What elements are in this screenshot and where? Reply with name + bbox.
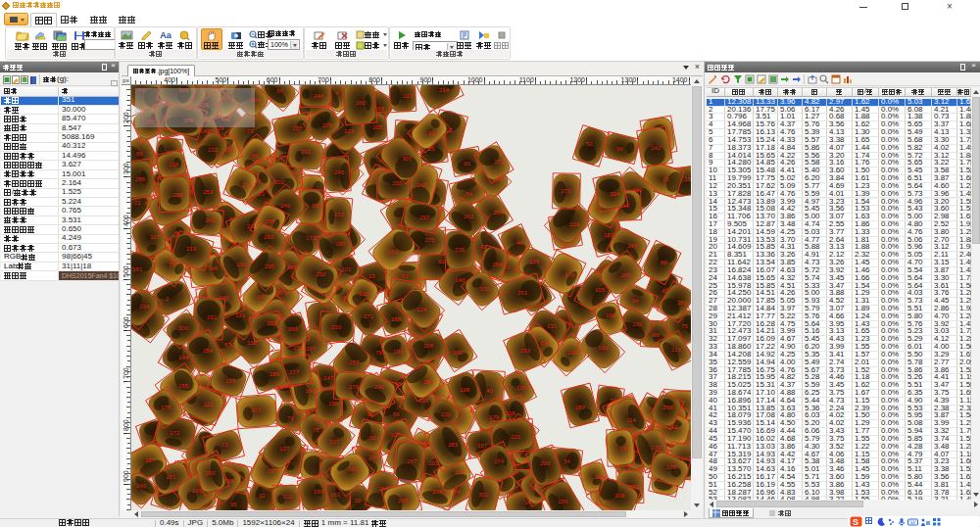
- svg-text:236: 236: [455, 247, 466, 253]
- svg-text:140: 140: [455, 277, 466, 283]
- svg-text:262: 262: [464, 214, 474, 219]
- svg-text:120: 120: [359, 291, 369, 297]
- svg-text:282: 282: [388, 249, 399, 255]
- svg-text:97: 97: [276, 88, 283, 94]
- svg-text:84: 84: [466, 191, 472, 197]
- svg-text:203: 203: [267, 320, 277, 326]
- svg-text:132: 132: [540, 340, 551, 346]
- svg-text:298: 298: [172, 192, 183, 198]
- svg-text:277: 277: [289, 369, 300, 375]
- svg-text:250: 250: [662, 405, 673, 410]
- svg-text:15: 15: [684, 176, 691, 182]
- svg-text:260: 260: [356, 100, 367, 106]
- svg-text:258: 258: [265, 218, 275, 224]
- svg-text:193: 193: [418, 398, 429, 404]
- svg-text:175: 175: [161, 405, 172, 410]
- svg-text:308: 308: [614, 493, 625, 499]
- svg-text:233: 233: [312, 203, 322, 209]
- svg-text:79: 79: [375, 350, 382, 356]
- svg-text:115: 115: [516, 385, 526, 391]
- svg-text:301: 301: [369, 435, 380, 441]
- svg-text:230: 230: [331, 324, 342, 330]
- svg-text:116: 116: [247, 340, 257, 346]
- svg-text:170: 170: [651, 445, 662, 451]
- svg-text:147: 147: [323, 375, 334, 381]
- svg-text:243: 243: [205, 217, 216, 223]
- svg-text:60: 60: [464, 161, 470, 167]
- svg-text:307: 307: [402, 156, 413, 162]
- svg-text:239: 239: [314, 489, 324, 495]
- svg-text:240: 240: [136, 483, 147, 489]
- svg-text:171: 171: [306, 235, 317, 241]
- svg-text:195: 195: [335, 241, 346, 247]
- svg-text:161: 161: [330, 492, 341, 498]
- svg-text:290: 290: [374, 384, 385, 390]
- svg-text:127: 127: [279, 446, 290, 452]
- svg-text:272: 272: [494, 159, 505, 165]
- svg-text:54: 54: [564, 458, 570, 464]
- svg-text:158: 158: [391, 316, 402, 322]
- svg-text:134: 134: [139, 304, 150, 310]
- svg-text:88: 88: [661, 260, 667, 265]
- svg-text:284: 284: [492, 262, 503, 267]
- svg-text:126: 126: [567, 350, 578, 356]
- svg-text:56: 56: [393, 411, 400, 417]
- svg-text:299: 299: [540, 460, 551, 466]
- svg-text:223: 223: [403, 93, 414, 99]
- svg-text:199: 199: [328, 401, 339, 407]
- svg-text:276: 276: [349, 384, 360, 390]
- svg-text:305: 305: [479, 286, 490, 292]
- svg-text:198: 198: [460, 387, 470, 393]
- svg-text:40: 40: [486, 388, 493, 394]
- svg-text:130: 130: [632, 321, 643, 327]
- svg-text:293: 293: [520, 348, 531, 354]
- svg-text:205: 205: [372, 124, 383, 130]
- svg-text:248: 248: [416, 182, 427, 188]
- svg-text:242: 242: [651, 145, 662, 151]
- svg-text:95: 95: [230, 502, 237, 507]
- svg-text:82: 82: [438, 259, 445, 264]
- svg-text:154: 154: [493, 210, 504, 216]
- svg-text:208: 208: [423, 343, 434, 349]
- svg-text:222: 222: [208, 147, 219, 153]
- svg-text:265: 265: [192, 488, 203, 494]
- svg-text:117: 117: [150, 234, 160, 240]
- svg-text:165: 165: [595, 287, 606, 293]
- svg-text:266: 266: [288, 326, 299, 332]
- svg-text:194: 194: [393, 349, 404, 355]
- svg-text:86: 86: [252, 153, 259, 159]
- svg-text:139: 139: [529, 259, 540, 264]
- svg-text:172: 172: [170, 430, 180, 436]
- svg-text:179: 179: [489, 414, 500, 420]
- svg-text:52: 52: [586, 141, 593, 147]
- svg-text:12: 12: [259, 493, 266, 499]
- svg-text:197: 197: [477, 443, 488, 449]
- svg-text:232: 232: [441, 411, 452, 417]
- svg-text:292: 292: [264, 234, 274, 240]
- svg-text:285: 285: [423, 379, 434, 385]
- svg-text:204: 204: [368, 455, 379, 460]
- svg-text:226: 226: [169, 162, 179, 168]
- svg-text:224: 224: [416, 307, 427, 312]
- svg-text:174: 174: [619, 446, 630, 452]
- svg-text:S: S: [853, 517, 858, 527]
- svg-text:221: 221: [511, 434, 521, 440]
- svg-text:21: 21: [134, 200, 141, 206]
- svg-text:264: 264: [627, 243, 638, 249]
- svg-text:136: 136: [219, 295, 229, 301]
- svg-text:124: 124: [569, 221, 580, 227]
- svg-text:163: 163: [251, 407, 262, 413]
- svg-text:23: 23: [368, 273, 375, 279]
- svg-text:238: 238: [293, 345, 304, 351]
- svg-text:13: 13: [221, 442, 228, 448]
- svg-text:119: 119: [671, 347, 681, 353]
- svg-text:257: 257: [349, 359, 360, 365]
- svg-text:146: 146: [208, 265, 219, 271]
- svg-text:245: 245: [334, 169, 345, 175]
- svg-text:209: 209: [432, 489, 443, 495]
- svg-text:62: 62: [402, 273, 409, 279]
- svg-text:304: 304: [610, 191, 620, 197]
- svg-text:247: 247: [257, 294, 268, 300]
- svg-text:202: 202: [274, 179, 285, 185]
- svg-text:101: 101: [341, 266, 352, 272]
